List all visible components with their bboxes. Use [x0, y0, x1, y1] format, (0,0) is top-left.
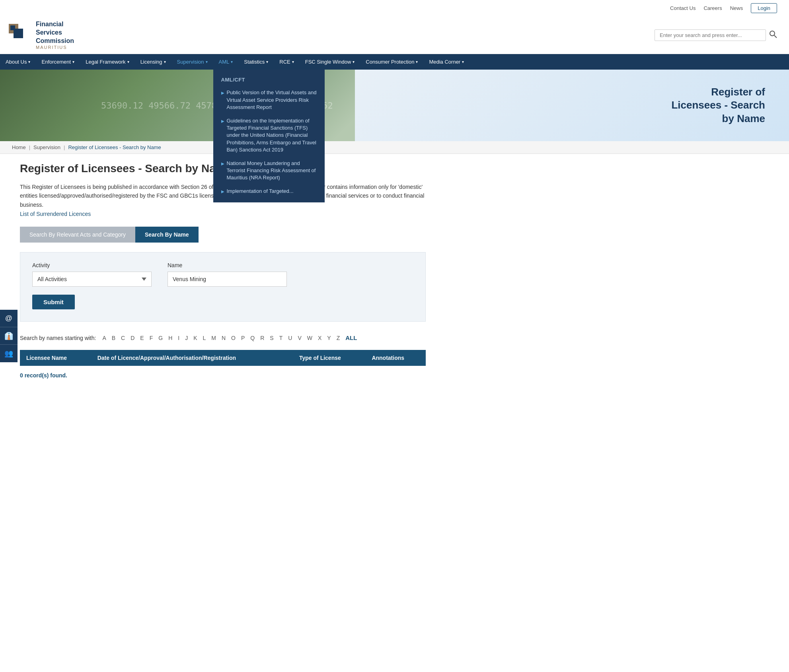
alpha-letter-o[interactable]: O — [230, 334, 237, 342]
alpha-letter-k[interactable]: K — [192, 334, 199, 342]
nav-about-us[interactable]: About Us ▾ — [0, 54, 36, 70]
chevron-down-icon: ▾ — [462, 60, 464, 64]
users-icon[interactable]: 👥 — [0, 345, 18, 362]
chevron-down-icon: ▾ — [127, 60, 129, 64]
alpha-letter-a[interactable]: A — [101, 334, 107, 342]
contact-us-link[interactable]: Contact Us — [670, 5, 695, 11]
submit-button[interactable]: Submit — [32, 295, 75, 309]
nav-legal-framework[interactable]: Legal Framework ▾ — [80, 54, 134, 70]
nav-statistics[interactable]: Statistics ▾ — [238, 54, 274, 70]
chevron-down-icon: ▾ — [206, 60, 208, 64]
results-table: Licensee Name Date of Licence/Approval/A… — [20, 350, 426, 366]
alpha-letter-d[interactable]: D — [129, 334, 136, 342]
nav-licensing[interactable]: Licensing ▾ — [135, 54, 171, 70]
alpha-letter-r[interactable]: R — [259, 334, 266, 342]
alpha-letter-x[interactable]: X — [316, 334, 323, 342]
chevron-down-icon: ▾ — [266, 60, 268, 64]
arrow-icon: ▶ — [221, 189, 224, 194]
hero-title-area: Register of Licensees - Search by Name — [355, 70, 789, 141]
alpha-letter-u[interactable]: U — [286, 334, 294, 342]
list-surrendered-link[interactable]: List of Surrendered Licences — [20, 211, 426, 217]
global-search-input[interactable] — [655, 29, 766, 41]
col-licensee-name: Licensee Name — [20, 350, 91, 366]
alpha-letter-j[interactable]: J — [183, 334, 189, 342]
chevron-down-icon: ▾ — [72, 60, 74, 64]
svg-rect-2 — [10, 25, 15, 30]
nav-consumer-protection[interactable]: Consumer Protection ▾ — [360, 54, 423, 70]
alpha-search: Search by names starting with: A B C D E… — [20, 334, 426, 342]
alpha-letter-t[interactable]: T — [278, 334, 284, 342]
aml-dropdown-item-4[interactable]: ▶ Implementation of Targeted... — [213, 185, 325, 198]
chevron-down-icon: ▾ — [164, 60, 166, 64]
search-tabs: Search By Relevant Acts and Category Sea… — [20, 227, 426, 243]
top-bar: Contact Us Careers News Login — [0, 0, 789, 16]
aml-dropdown-item-1[interactable]: ▶ Public Version of the Virtual Assets a… — [213, 86, 325, 114]
tab-search-by-acts[interactable]: Search By Relevant Acts and Category — [20, 227, 135, 243]
col-date: Date of Licence/Approval/Authorisation/R… — [91, 350, 293, 366]
svg-point-3 — [770, 31, 775, 36]
news-link[interactable]: News — [730, 5, 743, 11]
nav-aml[interactable]: AML ▾ — [213, 54, 239, 70]
arrow-icon: ▶ — [221, 161, 224, 167]
alpha-letter-i[interactable]: I — [176, 334, 181, 342]
col-annotations: Annotations — [365, 350, 426, 366]
global-search-button[interactable] — [769, 30, 777, 40]
side-icons: @ 👔 👥 — [0, 310, 18, 362]
login-button[interactable]: Login — [751, 3, 777, 13]
tab-search-by-name[interactable]: Search By Name — [135, 227, 199, 243]
alpha-letter-c[interactable]: C — [119, 334, 127, 342]
email-icon[interactable]: @ — [0, 310, 18, 327]
alpha-all-link[interactable]: ALL — [344, 334, 358, 342]
svg-line-4 — [774, 35, 777, 38]
chevron-down-icon: ▾ — [231, 60, 233, 64]
search-form: Activity All Activities Name Submit — [20, 252, 426, 322]
activity-select[interactable]: All Activities — [32, 272, 152, 287]
aml-dropdown-item-3[interactable]: ▶ National Money Laundering and Terroris… — [213, 157, 325, 185]
alpha-letter-m[interactable]: M — [210, 334, 218, 342]
alpha-letter-w[interactable]: W — [306, 334, 314, 342]
nav-supervision[interactable]: Supervision ▾ — [171, 54, 213, 70]
search-icon — [769, 30, 777, 38]
nav-enforcement[interactable]: Enforcement ▾ — [36, 54, 80, 70]
logo-area: Financial Services Commission MAURITIUS — [8, 20, 74, 50]
breadcrumb-home[interactable]: Home — [12, 144, 26, 150]
name-label: Name — [168, 262, 287, 268]
header: Financial Services Commission MAURITIUS — [0, 16, 789, 54]
chevron-down-icon: ▾ — [416, 60, 418, 64]
careers-link[interactable]: Careers — [703, 5, 722, 11]
alpha-letter-f[interactable]: F — [148, 334, 155, 342]
hero-title: Register of Licensees - Search by Name — [671, 85, 765, 126]
main-nav: About Us ▾ Enforcement ▾ Legal Framework… — [0, 54, 789, 70]
alpha-letter-s[interactable]: S — [268, 334, 275, 342]
search-area — [655, 29, 777, 41]
aml-dropdown-title: AML/CFT — [213, 74, 325, 86]
alpha-letter-y[interactable]: Y — [325, 334, 332, 342]
alpha-letter-l[interactable]: L — [201, 334, 208, 342]
alpha-letter-n[interactable]: N — [220, 334, 227, 342]
alpha-letter-v[interactable]: V — [296, 334, 303, 342]
nav-media-corner[interactable]: Media Corner ▾ — [423, 54, 470, 70]
breadcrumb: Home | Supervision | Register of License… — [0, 141, 789, 154]
arrow-icon: ▶ — [221, 118, 224, 124]
name-input[interactable] — [168, 272, 287, 287]
arrow-icon: ▶ — [221, 90, 224, 96]
fsc-logo-icon — [8, 23, 32, 47]
alpha-letter-h[interactable]: H — [167, 334, 174, 342]
breadcrumb-sep-1: | — [29, 144, 30, 150]
nav-fsc-single-window[interactable]: FSC Single Window ▾ — [300, 54, 360, 70]
portfolio-icon[interactable]: 👔 — [0, 327, 18, 345]
alpha-letter-b[interactable]: B — [110, 334, 117, 342]
aml-dropdown-item-2[interactable]: ▶ Guidelines on the Implementation of Ta… — [213, 114, 325, 157]
alpha-letter-q[interactable]: Q — [249, 334, 256, 342]
alpha-letter-e[interactable]: E — [138, 334, 145, 342]
alpha-letter-p[interactable]: P — [240, 334, 246, 342]
form-row: Activity All Activities Name — [32, 262, 413, 287]
breadcrumb-supervision[interactable]: Supervision — [33, 144, 60, 150]
alpha-search-label: Search by names starting with: — [20, 335, 96, 341]
chevron-down-icon: ▾ — [292, 60, 294, 64]
activity-group: Activity All Activities — [32, 262, 152, 287]
alpha-letter-g[interactable]: G — [157, 334, 164, 342]
chevron-down-icon: ▾ — [28, 60, 30, 64]
alpha-letter-z[interactable]: Z — [335, 334, 342, 342]
nav-rce[interactable]: RCE ▾ — [274, 54, 299, 70]
